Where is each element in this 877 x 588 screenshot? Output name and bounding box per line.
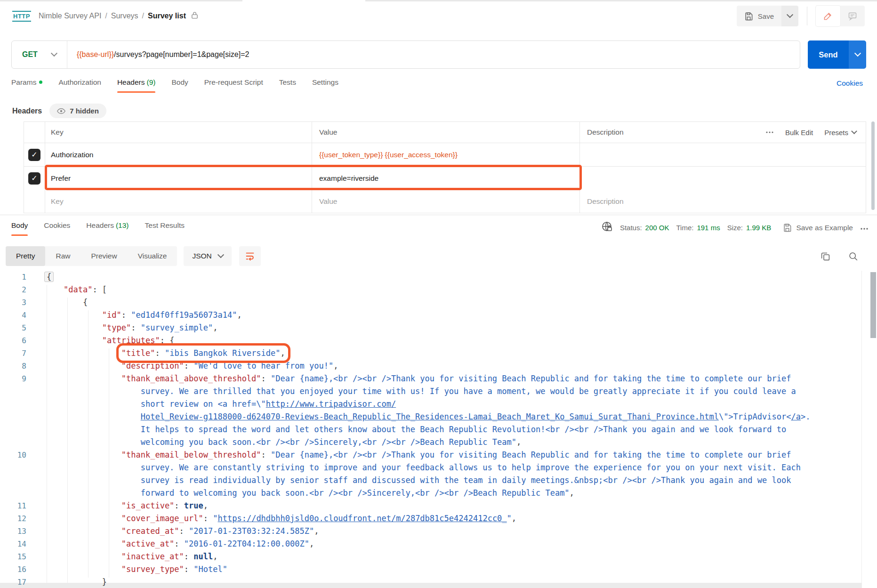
- line-number: 8: [0, 360, 26, 372]
- tab-headers[interactable]: Headers(9): [117, 78, 156, 93]
- response-more-actions-icon[interactable]: [860, 224, 869, 232]
- copy-icon: [821, 251, 830, 261]
- comments-button[interactable]: [840, 6, 865, 26]
- copy-button[interactable]: [821, 251, 830, 261]
- request-tabs: ParamsAuthorizationHeaders(9)BodyPre-req…: [11, 78, 866, 100]
- line-number: 3: [0, 296, 26, 309]
- response-tab-test-results[interactable]: Test Results: [145, 221, 185, 236]
- response-tab-body[interactable]: Body: [11, 221, 28, 236]
- response-tab-cookies[interactable]: Cookies: [44, 221, 70, 236]
- line-number: 7: [0, 347, 26, 360]
- http-method-icon: HTTP: [12, 11, 31, 22]
- row-checkbox[interactable]: ✓: [28, 149, 40, 161]
- header-description-cell[interactable]: [580, 143, 866, 166]
- tab-params[interactable]: Params: [11, 78, 42, 93]
- row-checkbox[interactable]: ✓: [28, 172, 40, 185]
- response-body-json: 1{2 "data": [3 {4 "id": "ed1d4f0ff19a560…: [0, 271, 862, 588]
- line-number: 9: [0, 372, 26, 385]
- key-input-placeholder[interactable]: Key: [45, 190, 312, 213]
- side-panel-toggle-group: [816, 6, 865, 26]
- value-input-placeholder[interactable]: Value: [312, 190, 580, 213]
- request-title-bar: HTTP Nimble Survey API/Surveys/Survey li…: [0, 4, 877, 28]
- code-line: Hotel_Review-g1188000-d624070-Reviews-Be…: [0, 411, 861, 423]
- more-actions-icon[interactable]: [765, 131, 774, 134]
- header-value-cell[interactable]: example=riverside: [312, 167, 580, 190]
- line-number: 14: [0, 538, 26, 550]
- code-line: 15 "inactive_at": null,: [0, 550, 861, 563]
- line-number: 2: [0, 283, 26, 296]
- code-line: forward to welcoming you back soon.<br /…: [0, 487, 861, 499]
- request-url-builder: GET {{base-url}}/surveys?page[number]=1&…: [11, 40, 800, 69]
- headers-section-header: Headers 7 hidden: [12, 104, 106, 118]
- view-tab-raw[interactable]: Raw: [45, 246, 80, 266]
- title-annotation-box: "title": "ibis Bangkok Riverside",: [121, 348, 285, 358]
- column-header-description: Description: [587, 128, 624, 137]
- chevron-down-icon: [217, 251, 224, 258]
- code-line: 8 "description": "We'd love to hear from…: [0, 360, 861, 372]
- network-globe-icon[interactable]: [602, 221, 613, 234]
- code-link[interactable]: https://dhdbhh0jsld0o.cloudfront.net/m/2…: [218, 514, 507, 523]
- code-line: 14 "active_at": "2016-01-22T04:12:00.000…: [0, 538, 861, 550]
- status-value[interactable]: 200 OK: [645, 224, 669, 232]
- save-button[interactable]: Save: [737, 6, 798, 26]
- response-body-scrollbar[interactable]: [870, 272, 876, 338]
- chevron-down-icon: [51, 50, 57, 56]
- breadcrumb: Nimble Survey API/Surveys/Survey list: [39, 12, 186, 20]
- chevron-down-icon: [851, 128, 857, 134]
- size-value[interactable]: 1.99 KB: [746, 224, 771, 232]
- header-key-cell[interactable]: Prefer: [45, 167, 312, 190]
- code-link[interactable]: http://www.tripadvisor.com/: [266, 399, 396, 409]
- code-link[interactable]: /a: [791, 412, 800, 421]
- window-top-strip-right: [365, 0, 877, 1]
- tab-body[interactable]: Body: [171, 78, 188, 93]
- comment-icon: [848, 11, 857, 21]
- hidden-headers-toggle[interactable]: 7 hidden: [49, 104, 106, 118]
- request-pane-scrollbar[interactable]: [871, 121, 875, 210]
- breadcrumb-collection[interactable]: Nimble Survey API: [39, 12, 101, 20]
- view-tab-visualize[interactable]: Visualize: [128, 246, 177, 266]
- edit-documentation-button[interactable]: [816, 6, 840, 26]
- url-variable: {{base-url}}: [77, 50, 114, 58]
- code-line: survey. We are thrilled that you enjoyed…: [0, 385, 861, 398]
- code-line: 1{: [0, 271, 861, 283]
- postman-app-window: HTTP Nimble Survey API/Surveys/Survey li…: [0, 0, 877, 588]
- line-number: 13: [0, 525, 26, 538]
- send-options-chevron[interactable]: [849, 40, 866, 69]
- view-tab-preview[interactable]: Preview: [81, 246, 128, 266]
- code-line: survey is read individually by senior st…: [0, 474, 861, 487]
- header-key-cell[interactable]: Authorization: [45, 143, 312, 166]
- lock-icon: [191, 11, 199, 21]
- send-button[interactable]: Send: [808, 40, 866, 69]
- url-input[interactable]: {{base-url}}/surveys?page[number]=1&page…: [67, 50, 249, 59]
- tab-pre-request-script[interactable]: Pre-request Script: [204, 78, 263, 93]
- presets-dropdown[interactable]: Presets: [824, 129, 856, 137]
- tab-authorization[interactable]: Authorization: [58, 78, 101, 93]
- header-row-authorization: ✓Authorization{{user_token_type}} {{user…: [24, 143, 866, 167]
- view-tab-pretty[interactable]: Pretty: [6, 246, 45, 266]
- code-link[interactable]: Hotel_Review-g1188000-d624070-Reviews-Be…: [141, 412, 719, 421]
- code-line: It helps to spread the word and let othe…: [0, 423, 861, 436]
- time-value[interactable]: 191 ms: [697, 224, 720, 232]
- cookies-link[interactable]: Cookies: [837, 79, 863, 88]
- code-line: 10 "thank_email_below_threshold": "Dear …: [0, 449, 861, 461]
- search-button[interactable]: [848, 251, 858, 261]
- breadcrumb-request-name[interactable]: Survey list: [148, 12, 186, 20]
- wrap-text-button[interactable]: [239, 246, 261, 266]
- description-input-placeholder[interactable]: Description: [580, 190, 866, 213]
- header-row-prefer: ✓Preferexample=riverside: [24, 167, 866, 190]
- tab-settings[interactable]: Settings: [312, 78, 338, 93]
- method-selector[interactable]: GET: [12, 50, 67, 59]
- code-line: 9 "thank_email_above_threshold": "Dear {…: [0, 372, 861, 385]
- header-value-cell[interactable]: {{user_token_type}} {{user_access_token}…: [312, 143, 580, 166]
- header-description-cell[interactable]: [580, 167, 866, 190]
- save-as-example-button[interactable]: Save as Example: [783, 223, 853, 232]
- save-options-chevron[interactable]: [781, 6, 798, 26]
- tab-tests[interactable]: Tests: [279, 78, 296, 93]
- code-line: 16 "survey_type": "Hotel": [0, 563, 861, 576]
- params-active-dot: [39, 81, 42, 84]
- search-icon: [848, 251, 858, 261]
- format-dropdown[interactable]: JSON: [184, 246, 231, 266]
- bulk-edit-button[interactable]: Bulk Edit: [785, 129, 813, 137]
- breadcrumb-folder[interactable]: Surveys: [111, 12, 138, 20]
- response-tab-headers[interactable]: Headers(13): [86, 221, 129, 236]
